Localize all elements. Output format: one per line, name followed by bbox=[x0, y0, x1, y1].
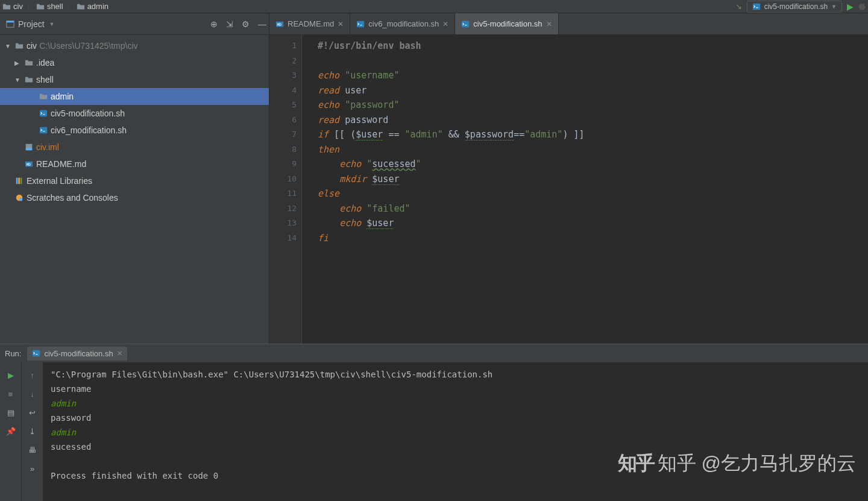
tree-item-external-libraries[interactable]: External Libraries bbox=[0, 172, 269, 189]
top-bar: civ〉shell〉admin ↘ civ5-modification.sh ▼… bbox=[0, 0, 868, 13]
debug-button[interactable]: ⬣ bbox=[858, 2, 866, 11]
run-config-selector[interactable]: civ5-modification.sh ▼ bbox=[747, 1, 842, 13]
tree-item-readme-md[interactable]: README.md bbox=[0, 156, 269, 172]
editor-area: README.md✕civ6_modification.sh✕civ5-modi… bbox=[269, 13, 868, 344]
breadcrumb-item[interactable]: civ bbox=[2, 2, 23, 11]
run-config-label: civ5-modification.sh bbox=[764, 2, 828, 11]
breadcrumb-item[interactable]: shell bbox=[36, 2, 63, 11]
console-header-label: Run: bbox=[5, 349, 21, 358]
pin-button[interactable]: 📌 bbox=[6, 427, 16, 436]
console-output[interactable]: "C:\Program Files\Git\bin\bash.exe" C:\U… bbox=[43, 362, 868, 501]
tab-civ5-modification.sh[interactable]: civ5-modification.sh✕ bbox=[455, 13, 558, 34]
tree-item--idea[interactable]: ▶ .idea bbox=[0, 54, 269, 71]
up-button[interactable]: ↑ bbox=[30, 371, 34, 380]
tree-item-civ6-modification-sh[interactable]: civ6_modification.sh bbox=[0, 122, 269, 139]
build-hammer-icon[interactable]: ↘ bbox=[735, 2, 742, 11]
hide-icon[interactable]: — bbox=[258, 19, 266, 29]
fold-column bbox=[302, 35, 312, 344]
tree-item-shell[interactable]: ▼ shell bbox=[0, 71, 269, 88]
chevron-down-icon: ▼ bbox=[49, 21, 55, 27]
project-tree: ▼ civ C:\Users\U731425\tmp\civ▶ .idea▼ s… bbox=[0, 35, 269, 209]
line-gutter: 1234567891011121314 bbox=[269, 35, 302, 344]
close-icon[interactable]: ✕ bbox=[546, 20, 552, 28]
print-button[interactable]: 🖶 bbox=[28, 446, 36, 455]
more-button[interactable]: » bbox=[30, 464, 34, 473]
tree-item-civ5-modification-sh[interactable]: civ5-modification.sh bbox=[0, 105, 269, 122]
chevron-down-icon: ▼ bbox=[831, 4, 837, 10]
stop-button[interactable]: ■ bbox=[8, 389, 13, 399]
tab-civ6_modification.sh[interactable]: civ6_modification.sh✕ bbox=[350, 13, 455, 34]
chevron-right-icon: 〉 bbox=[27, 2, 33, 11]
rerun-button[interactable]: ▶ bbox=[8, 371, 14, 380]
sidebar-title[interactable]: Project ▼ bbox=[6, 19, 55, 29]
down-button[interactable]: ↓ bbox=[30, 389, 34, 399]
tab-README.md[interactable]: README.md✕ bbox=[269, 13, 350, 34]
console-tab[interactable]: civ5-modification.sh ✕ bbox=[27, 347, 127, 361]
gear-icon[interactable]: ⚙ bbox=[242, 19, 250, 29]
close-icon[interactable]: ✕ bbox=[117, 350, 122, 358]
tree-item-civ[interactable]: ▼ civ C:\Users\U731425\tmp\civ bbox=[0, 37, 269, 54]
breadcrumb: civ〉shell〉admin bbox=[2, 2, 108, 11]
editor-tabs: README.md✕civ6_modification.sh✕civ5-modi… bbox=[269, 13, 868, 35]
code-content[interactable]: #!/usr/bin/env bash echo "username"read … bbox=[312, 35, 868, 344]
wrap-button[interactable]: ↩ bbox=[29, 408, 36, 417]
project-sidebar: Project ▼ ⊕ ⇲ ⚙ — ▼ civ C:\Users\U731425… bbox=[0, 13, 269, 344]
locate-icon[interactable]: ⊕ bbox=[210, 19, 218, 29]
breadcrumb-item[interactable]: admin bbox=[77, 2, 108, 11]
run-button[interactable]: ▶ bbox=[847, 2, 854, 11]
scroll-button[interactable]: ⤓ bbox=[29, 427, 36, 436]
tree-item-scratches-and-consoles[interactable]: Scratches and Consoles bbox=[0, 189, 269, 206]
chevron-right-icon: 〉 bbox=[67, 2, 73, 11]
close-icon[interactable]: ✕ bbox=[442, 20, 448, 28]
run-console: Run: civ5-modification.sh ✕ ▶ ■ ▤ 📌 ↑ ↓ … bbox=[0, 344, 868, 501]
close-icon[interactable]: ✕ bbox=[338, 20, 344, 28]
tree-item-civ-iml[interactable]: civ.iml bbox=[0, 139, 269, 156]
tree-item-admin[interactable]: admin bbox=[0, 88, 269, 105]
layout-button[interactable]: ▤ bbox=[7, 408, 14, 417]
expand-icon[interactable]: ⇲ bbox=[226, 19, 233, 29]
